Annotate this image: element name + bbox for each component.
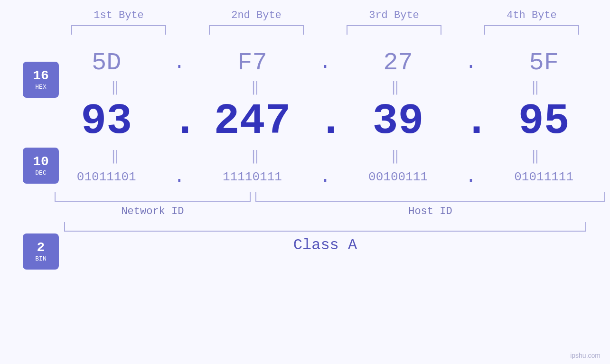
grid-area: 1st Byte 2nd Byte 3rd Byte 4th Byte 5D .…: [40, 9, 610, 254]
equals-row-1: ‖ ‖ ‖ ‖: [40, 82, 610, 95]
bottom-brackets: [40, 192, 610, 202]
equals-8: ‖: [479, 150, 592, 164]
hex-val-1: 5D: [49, 49, 163, 77]
bin-badge-label: BIN: [35, 255, 46, 262]
dot-2: .: [318, 52, 332, 74]
watermark: ipshu.com: [570, 352, 601, 359]
network-id-label: Network ID: [55, 205, 251, 217]
equals-3: ‖: [338, 82, 452, 95]
bracket-top-4: [484, 25, 579, 35]
class-bracket-row: [40, 222, 610, 232]
byte1-header: 1st Byte: [62, 9, 176, 21]
equals-7: ‖: [338, 150, 452, 164]
bin-val-4: 01011111: [487, 170, 601, 184]
equals-2: ‖: [198, 82, 312, 95]
bracket-class: [64, 222, 586, 232]
equals-row-2: ‖ ‖ ‖ ‖: [40, 150, 610, 164]
hex-val-3: 27: [341, 49, 455, 77]
dec-dot-3: .: [464, 97, 478, 146]
equals-6: ‖: [198, 150, 312, 164]
dec-val-3: 39: [341, 97, 455, 146]
main-container: 16 HEX 10 DEC 2 BIN 1st Byte 2nd Byte 3r…: [0, 0, 610, 364]
bracket-top-2: [209, 25, 304, 35]
hex-val-4: 5F: [487, 49, 601, 77]
id-labels: Network ID Host ID: [40, 205, 610, 217]
bracket-top-1: [71, 25, 166, 35]
dec-val-1: 93: [49, 97, 163, 146]
hex-row: 5D . F7 . 27 . 5F: [40, 49, 610, 77]
equals-1: ‖: [58, 82, 172, 95]
top-brackets: [40, 25, 610, 35]
bracket-host: [255, 192, 605, 202]
host-id-label: Host ID: [255, 205, 605, 217]
byte2-header: 2nd Byte: [199, 9, 313, 21]
equals-5: ‖: [58, 150, 172, 164]
class-label: Class A: [40, 236, 610, 254]
dec-dot-1: .: [172, 97, 187, 146]
bin-val-2: 11110111: [195, 170, 309, 184]
bin-row: 01011101 . 11110111 . 00100111 . 0101111…: [40, 166, 610, 187]
byte4-header: 4th Byte: [475, 9, 589, 21]
dot-1: .: [172, 52, 187, 74]
dec-row: 93 . 247 . 39 . 95: [40, 97, 610, 146]
hex-val-2: F7: [195, 49, 309, 77]
bin-val-3: 00100111: [341, 170, 455, 184]
dot-3: .: [464, 52, 478, 74]
bracket-network: [55, 192, 251, 202]
dec-val-2: 247: [195, 97, 309, 146]
bin-dot-1: .: [172, 166, 187, 187]
dec-dot-2: .: [318, 97, 332, 146]
bracket-top-3: [347, 25, 441, 35]
dec-val-4: 95: [487, 97, 601, 146]
bin-dot-2: .: [318, 166, 332, 187]
byte-headers: 1st Byte 2nd Byte 3rd Byte 4th Byte: [40, 9, 610, 21]
equals-4: ‖: [479, 82, 592, 95]
bin-val-1: 01011101: [49, 170, 163, 184]
bin-dot-3: .: [464, 166, 478, 187]
byte3-header: 3rd Byte: [337, 9, 451, 21]
